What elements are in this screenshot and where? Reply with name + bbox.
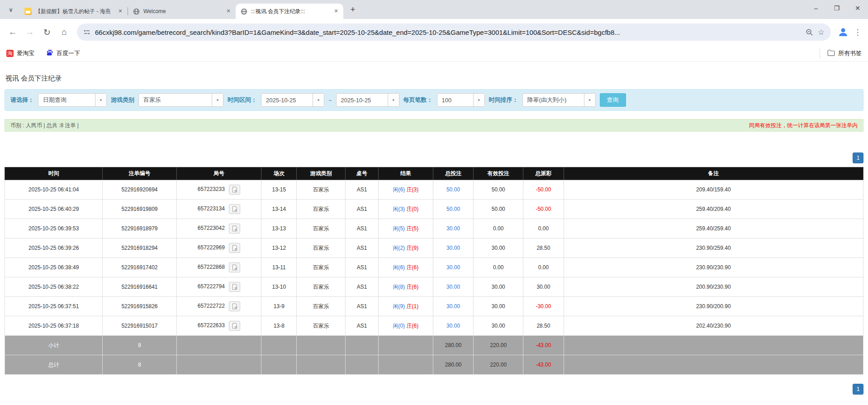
cell-total-bet[interactable]: 50.00 — [433, 180, 474, 200]
date-range-label: 时间区间： — [228, 96, 257, 104]
maximize-button[interactable]: ❐ — [826, 0, 847, 16]
tab-close-icon[interactable]: × — [117, 8, 124, 15]
page-number-button[interactable]: 1 — [853, 152, 863, 163]
result-player: 闲(5) — [393, 225, 405, 232]
tab-title: Welcome — [143, 8, 221, 14]
pagination-top: 1 — [5, 152, 863, 163]
cell-result: 闲(8) 庄(6) — [378, 277, 433, 297]
cell-payout: -50.00 — [523, 180, 564, 200]
round-video-button[interactable] — [229, 224, 240, 233]
bookmark-baidu[interactable]: 百度一下 — [46, 49, 80, 57]
cell-round-id: 657222722 — [176, 297, 261, 316]
table-row: 2025-10-25 06:40:29 522916919809 6572231… — [5, 200, 863, 219]
cell-total-bet[interactable]: 30.00 — [433, 219, 474, 238]
date-start-select[interactable]: 2025-10-25 ▼ — [261, 93, 324, 107]
browser-menu-icon[interactable]: ⋮ — [852, 25, 863, 39]
cell-time: 2025-10-25 06:38:49 — [5, 258, 103, 277]
forward-icon[interactable]: → — [22, 24, 38, 40]
total-label: 总计 — [5, 355, 103, 375]
globe-icon — [133, 8, 140, 15]
cell-total-bet[interactable]: 30.00 — [433, 258, 474, 277]
cell-payout: -50.00 — [523, 200, 564, 219]
address-bar[interactable]: 66cxkj98.com/game/betrecord_search/kind3… — [77, 24, 831, 41]
round-video-button[interactable] — [229, 262, 240, 272]
cell-result: 闲(9) 庄(1) — [378, 297, 433, 316]
round-video-button[interactable] — [229, 243, 240, 253]
cell-round-id: 657222969 — [176, 238, 261, 258]
profile-avatar-icon[interactable] — [836, 25, 850, 39]
cell-valid-bet: 0.00 — [474, 258, 523, 277]
reload-icon[interactable]: ↻ — [39, 24, 55, 40]
tab-close-icon[interactable]: × — [332, 8, 340, 15]
game-category-select[interactable]: 百家乐 ▼ — [138, 93, 223, 107]
date-range-tilde: ~ — [328, 97, 332, 104]
cell-payout: 28.50 — [523, 238, 564, 258]
cell-total-bet[interactable]: 30.00 — [433, 277, 474, 297]
round-video-button[interactable] — [229, 185, 240, 195]
cell-total-bet[interactable]: 30.00 — [433, 238, 474, 258]
bet-records-table: 时间 注单编号 局号 场次 游戏类别 桌号 结果 总投注 有效投注 总派彩 备注… — [5, 167, 863, 375]
tab-welcome[interactable]: Welcome × — [128, 4, 236, 19]
pagination-bottom: 1 — [5, 384, 863, 395]
result-banker: 庄(6) — [406, 323, 418, 329]
search-button[interactable]: 查询 — [600, 93, 626, 107]
round-video-button[interactable] — [229, 301, 240, 311]
cell-remark: 200.90/230.90 — [564, 277, 863, 297]
tab-bet-records[interactable]: :::视讯 会员下注纪录::: × — [236, 4, 343, 19]
cell-payout: -30.00 — [523, 297, 564, 316]
bookmark-label: 爱淘宝 — [17, 49, 34, 57]
cell-total-bet[interactable]: 30.00 — [433, 316, 474, 336]
cell-total-bet[interactable]: 50.00 — [433, 200, 474, 219]
all-bookmarks-label: 所有书签 — [838, 49, 862, 57]
header-session: 场次 — [261, 167, 297, 180]
round-video-button[interactable] — [229, 204, 240, 214]
subtotal-valid-bet: 220.00 — [474, 336, 523, 355]
tab-search-chevron-icon[interactable]: ∨ — [5, 3, 17, 16]
cell-game: 百家乐 — [297, 277, 346, 297]
result-player: 闲(0) — [393, 323, 405, 329]
sort-value: 降幂(由大到小) — [523, 94, 584, 106]
chevron-down-icon: ▼ — [95, 94, 106, 106]
bookmark-label: 百度一下 — [57, 49, 80, 57]
round-video-button[interactable] — [229, 321, 240, 331]
cell-game: 百家乐 — [297, 219, 346, 238]
home-icon[interactable]: ⌂ — [56, 24, 72, 40]
cell-round-id: 657222633 — [176, 316, 261, 336]
minimize-button[interactable]: – — [806, 0, 826, 16]
cell-session: 13-13 — [261, 219, 297, 238]
back-icon[interactable]: ← — [5, 24, 21, 40]
page-size-select[interactable]: 100 ▼ — [437, 93, 485, 107]
date-end-select[interactable]: 2025-10-25 ▼ — [336, 93, 399, 107]
zoom-out-icon[interactable] — [806, 29, 813, 36]
cell-time: 2025-10-25 06:41:04 — [5, 180, 103, 200]
all-bookmarks[interactable]: 所有书签 — [820, 48, 862, 58]
cell-time: 2025-10-25 06:38:22 — [5, 277, 103, 297]
close-button[interactable]: ✕ — [847, 0, 868, 16]
tab-close-icon[interactable]: × — [225, 8, 232, 15]
url-text[interactable]: 66cxkj98.com/game/betrecord_search/kind3… — [95, 29, 801, 36]
game-category-value: 百家乐 — [139, 94, 212, 106]
site-info-icon[interactable] — [83, 29, 90, 36]
new-tab-button[interactable]: + — [347, 4, 359, 15]
query-type-select[interactable]: 日期查询 ▼ — [38, 93, 107, 107]
tab-title: :::视讯 会员下注纪录::: — [251, 8, 329, 15]
page-number-button[interactable]: 1 — [853, 384, 863, 395]
cell-valid-bet: 30.00 — [474, 316, 523, 336]
bookmark-aitaobao[interactable]: 淘 爱淘宝 — [6, 49, 34, 57]
cell-total-bet[interactable]: 30.00 — [433, 297, 474, 316]
page-content: 视讯 会员下注纪录 请选择： 日期查询 ▼ 游戏类别 百家乐 ▼ 时间区间： 2… — [0, 74, 868, 395]
sort-select[interactable]: 降幂(由大到小) ▼ — [522, 93, 596, 107]
result-player: 闲(6) — [393, 264, 405, 271]
query-type-label: 请选择： — [10, 96, 34, 104]
cell-result: 闲(5) 庄(5) — [378, 219, 433, 238]
table-row: 2025-10-25 06:39:53 522916918979 6572230… — [5, 219, 863, 238]
table-header-row: 时间 注单编号 局号 场次 游戏类别 桌号 结果 总投注 有效投注 总派彩 备注 — [5, 167, 863, 180]
total-row: 总计 8 280.00 220.00 -43.00 — [5, 355, 863, 375]
round-video-button[interactable] — [229, 282, 240, 292]
tab-forum[interactable]: 【新提醒】杨雪儿的帖子 - 海燕 × — [20, 4, 128, 19]
forum-favicon-icon — [24, 8, 32, 15]
cell-result: 闲(0) 庄(6) — [378, 316, 433, 336]
date-end-value: 2025-10-25 — [337, 94, 388, 106]
subtotal-total-bet: 280.00 — [433, 336, 474, 355]
bookmark-star-icon[interactable]: ☆ — [818, 28, 825, 37]
